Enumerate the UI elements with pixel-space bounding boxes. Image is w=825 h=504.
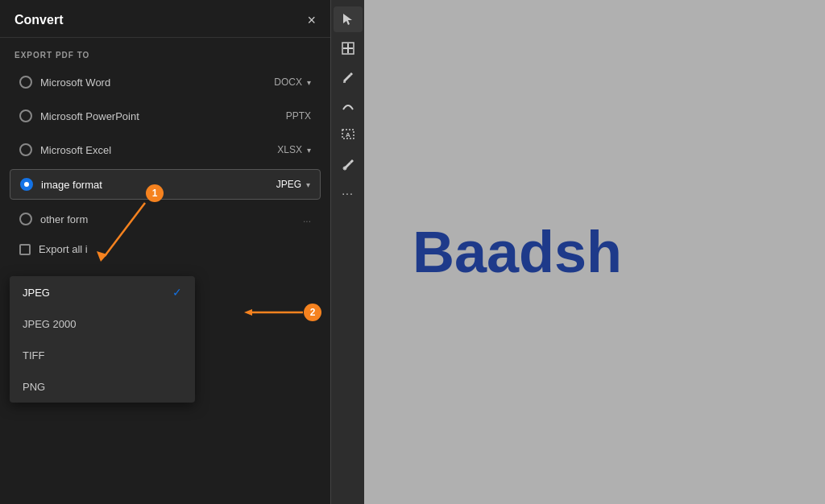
option-image-format[interactable]: image format JPEG ▾ [10, 169, 321, 200]
cursor-icon [342, 13, 354, 26]
radio-powerpoint[interactable] [19, 109, 32, 122]
dropdown-item-jpeg[interactable]: JPEG ✓ [10, 276, 195, 308]
main-content-area: Baadsh [364, 0, 825, 504]
svg-point-4 [304, 304, 321, 321]
option-powerpoint-label: Microsoft PowerPoint [40, 110, 139, 122]
pencil-icon [342, 71, 354, 84]
option-powerpoint-badge: PPTX [286, 110, 311, 122]
word-dropdown-arrow[interactable]: ▾ [307, 78, 311, 87]
export-all-checkbox[interactable] [19, 244, 31, 255]
radio-other[interactable] [19, 213, 32, 225]
svg-marker-8 [343, 14, 352, 25]
svg-text:2: 2 [310, 307, 316, 318]
export-section-label: EXPORT PDF TO [0, 38, 330, 68]
convert-panel: Convert × EXPORT PDF TO Microsoft Word D… [0, 0, 330, 504]
export-all-row: Export all i [10, 235, 321, 263]
select-tool-btn[interactable] [334, 6, 363, 32]
image-format-dropdown: JPEG ✓ JPEG 2000 TIFF PNG [10, 276, 195, 403]
more-dots-icon: ··· [342, 187, 354, 200]
option-image-left: image format [20, 178, 102, 191]
option-excel-badge: XLSX ▾ [277, 144, 311, 155]
option-excel-left: Microsoft Excel [19, 143, 111, 156]
dropdown-item-png-label: PNG [23, 381, 45, 393]
dropdown-item-tiff-label: TIFF [23, 349, 44, 361]
option-word-format: DOCX [274, 76, 302, 88]
add-tool-btn[interactable] [334, 35, 363, 61]
curve-tool-btn[interactable] [334, 93, 363, 119]
option-excel-format: XLSX [277, 144, 302, 155]
option-powerpoint[interactable]: Microsoft PowerPoint PPTX [10, 101, 321, 130]
radio-word[interactable] [19, 76, 32, 89]
dropdown-item-jpeg2000[interactable]: JPEG 2000 [10, 308, 195, 340]
other-formats-container: other form ... [0, 204, 330, 233]
document-preview-text: Baadsh [412, 223, 622, 281]
check-icon: ✓ [172, 286, 182, 299]
option-other-formats[interactable]: other form ... [10, 204, 321, 233]
curve-icon [342, 100, 354, 113]
radio-image-format[interactable] [20, 178, 33, 191]
option-word-label: Microsoft Word [40, 76, 110, 89]
close-button[interactable]: × [307, 13, 316, 27]
image-format-badge: JPEG ▾ [276, 179, 310, 190]
text-tool-btn[interactable]: A [334, 122, 363, 148]
more-tool-btn[interactable]: ··· [334, 180, 363, 206]
other-formats-ellipsis: ... [303, 213, 311, 225]
add-icon [342, 42, 354, 55]
annotate-tool-btn[interactable] [334, 151, 363, 177]
edit-tool-btn[interactable] [334, 64, 363, 90]
export-all-container: Export all i [0, 235, 330, 263]
option-word[interactable]: Microsoft Word DOCX ▾ [10, 68, 321, 97]
option-powerpoint-format: PPTX [286, 110, 311, 122]
option-powerpoint-left: Microsoft PowerPoint [19, 109, 139, 122]
export-options-list: Microsoft Word DOCX ▾ Microsoft PowerPoi… [0, 68, 330, 200]
svg-text:A: A [346, 131, 350, 138]
option-word-badge: DOCX ▾ [274, 76, 311, 88]
option-word-left: Microsoft Word [19, 76, 110, 89]
other-formats-label: other form [40, 213, 88, 225]
option-excel[interactable]: Microsoft Excel XLSX ▾ [10, 135, 321, 164]
image-format-value: JPEG [276, 179, 301, 190]
text-icon: A [342, 129, 354, 142]
dropdown-item-png[interactable]: PNG [10, 371, 195, 403]
dropdown-item-jpeg2000-label: JPEG 2000 [23, 318, 77, 330]
image-format-arrow[interactable]: ▾ [306, 180, 310, 189]
dropdown-item-tiff[interactable]: TIFF [10, 340, 195, 371]
panel-header: Convert × [0, 0, 330, 38]
svg-rect-10 [343, 48, 353, 49]
excel-dropdown-arrow[interactable]: ▾ [307, 146, 311, 155]
tool-sidebar: A ··· [330, 0, 364, 504]
option-excel-label: Microsoft Excel [40, 144, 111, 156]
panel-title: Convert [15, 13, 63, 27]
export-all-label: Export all i [39, 243, 88, 255]
dropdown-item-jpeg-label: JPEG [23, 287, 50, 299]
svg-marker-7 [244, 309, 252, 316]
option-image-label: image format [41, 179, 102, 191]
radio-excel[interactable] [19, 143, 32, 156]
annotate-icon [342, 158, 354, 171]
